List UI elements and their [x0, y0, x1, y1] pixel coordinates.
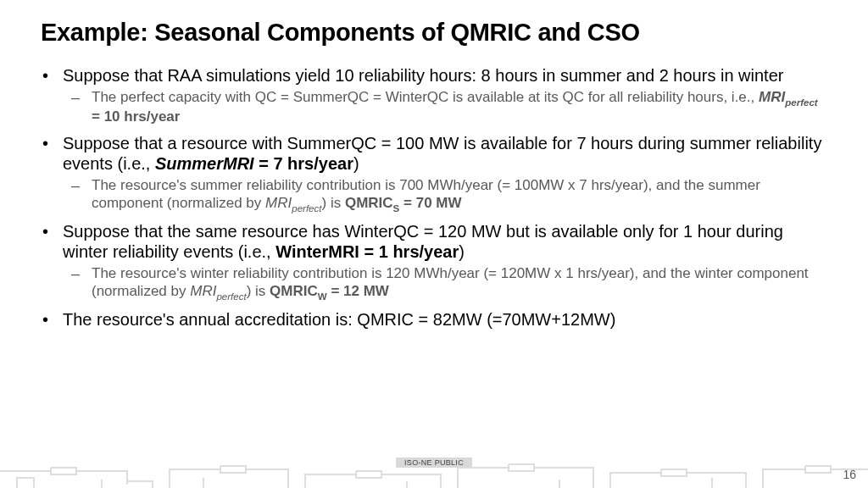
b1s-sub: perfect	[785, 97, 818, 108]
b3-bold: WinterMRI = 1 hrs/year	[275, 242, 459, 261]
b2s-qmric: QMRIC	[345, 195, 393, 211]
b2s-val: = 70 MW	[399, 195, 461, 211]
b3s-qmric: QMRIC	[270, 283, 318, 299]
footer-label: ISO-NE PUBLIC	[396, 458, 472, 468]
bullet-3-sub: The resource's winter reliability contri…	[63, 265, 827, 302]
b2-bold: SummerMRI	[155, 154, 254, 173]
b3-post: )	[459, 242, 465, 261]
b1s-pre: The perfect capacity with QC = SummerQC …	[92, 89, 759, 105]
b1s-val: = 10 hrs/year	[92, 108, 180, 125]
bullet-4: The resource's annual accreditation is: …	[63, 309, 827, 330]
b3s-qsub: W	[318, 291, 327, 302]
bullet-2: Suppose that a resource with SummerQC = …	[63, 133, 827, 214]
b2s-qsub: S	[393, 203, 400, 214]
footer: ISO-NE PUBLIC 16	[0, 454, 868, 488]
page-number: 16	[843, 468, 856, 481]
b3s-mid: ) is	[247, 283, 270, 299]
bullet-1: Suppose that RAA simulations yield 10 re…	[63, 65, 827, 126]
b2-post: )	[353, 154, 359, 173]
bullet-list: Suppose that RAA simulations yield 10 re…	[41, 65, 827, 330]
b3s-sub: perfect	[216, 291, 246, 302]
bullet-1-text: Suppose that RAA simulations yield 10 re…	[63, 66, 783, 85]
slide-title: Example: Seasonal Components of QMRIC an…	[41, 19, 827, 47]
b3s-mri: MRI	[190, 283, 216, 299]
bullet-1-sub-1: The perfect capacity with QC = SummerQC …	[92, 89, 827, 125]
b2s-mri: MRI	[265, 195, 292, 211]
b2s-mid: ) is	[322, 195, 345, 211]
b1s-mri: MRI	[759, 89, 785, 105]
b4-text: The resource's annual accreditation is: …	[63, 310, 615, 329]
bullet-1-sub: The perfect capacity with QC = SummerQC …	[63, 89, 827, 125]
bullet-2-sub-1: The resource's summer reliability contri…	[92, 177, 827, 214]
b2s-sub: perfect	[292, 203, 321, 214]
b2-bold2: = 7 hrs/year	[254, 154, 353, 173]
slide: Example: Seasonal Components of QMRIC an…	[0, 0, 868, 488]
b3s-val: = 12 MW	[327, 283, 389, 299]
bullet-3: Suppose that the same resource has Winte…	[63, 221, 827, 302]
bullet-2-sub: The resource's summer reliability contri…	[63, 177, 827, 214]
bullet-3-sub-1: The resource's winter reliability contri…	[92, 265, 827, 302]
